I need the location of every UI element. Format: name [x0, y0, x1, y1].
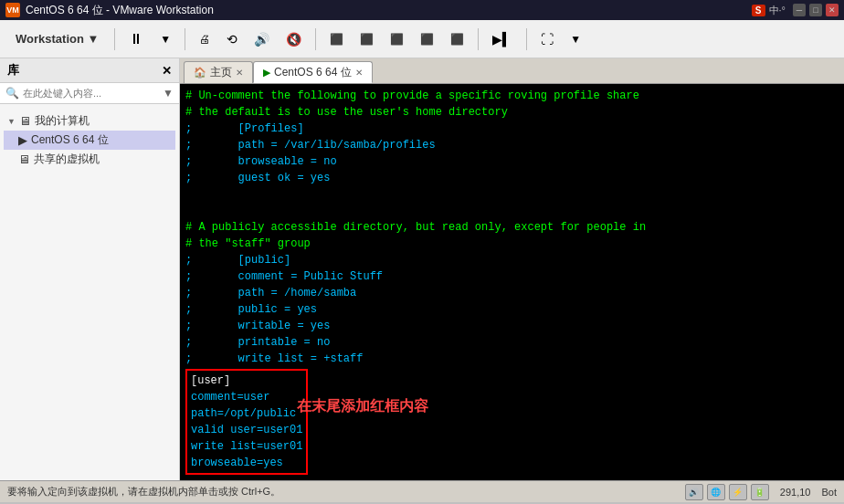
- library-close-button[interactable]: ✕: [162, 64, 172, 78]
- print-icon: 🖨: [199, 33, 210, 46]
- pause-icon: ⏸: [129, 31, 143, 47]
- editor-line-7: [185, 186, 839, 203]
- workstation-menu-button[interactable]: Workstation ▼: [7, 26, 107, 53]
- vm-settings-button4[interactable]: ⬛: [414, 26, 440, 53]
- red-box-line-2: comment=user: [191, 389, 302, 405]
- tree-item-centos[interactable]: ▶ CentOS 6 64 位: [4, 131, 175, 150]
- red-box-line-3: path=/opt/public: [191, 405, 302, 422]
- toolbar-separator-3: [315, 28, 316, 50]
- editor-line-10: # the "staff" group: [185, 236, 839, 252]
- cursor-position: 291,10: [780, 487, 811, 498]
- editor-mode: Bot: [821, 487, 837, 498]
- tab-centos[interactable]: ▶ CentOS 6 64 位 ✕: [253, 61, 373, 83]
- status-right-area: 🔊 🌐 ⚡ 🔋 291,10 Bot: [685, 484, 837, 500]
- settings5-icon: ⬛: [450, 33, 464, 46]
- sys-icons: 🔊 🌐 ⚡ 🔋: [685, 484, 769, 500]
- power-icon[interactable]: ⚡: [729, 484, 747, 500]
- toolbar-separator-5: [526, 28, 527, 50]
- volume-icon[interactable]: 🔊: [685, 484, 703, 500]
- settings3-icon: ⬛: [390, 33, 404, 46]
- red-box-line-5: write list=user01: [191, 438, 302, 455]
- my-computer-label: 我的计算机: [35, 113, 90, 129]
- pause-button[interactable]: ⏸: [122, 26, 150, 53]
- title-bar: VM CentOS 6 64 位 - VMware Workstation S …: [0, 0, 844, 20]
- library-title: 库: [7, 62, 19, 79]
- tree-item-shared[interactable]: 🖥 共享的虚拟机: [4, 150, 175, 169]
- sogou-icon: S: [752, 5, 765, 16]
- editor-line-6: ; guest ok = yes: [185, 170, 839, 186]
- editor-line-12: ; comment = Public Stuff: [185, 268, 839, 285]
- suspend-icon: 🔇: [286, 32, 301, 47]
- vm-icon: ▶: [18, 133, 27, 147]
- fullscreen-icon: ⛶: [541, 32, 554, 47]
- chevron-down-icon: ▼: [160, 33, 171, 46]
- right-panel: 🏠 主页 ✕ ▶ CentOS 6 64 位 ✕ # Un-comment th…: [180, 58, 844, 480]
- suspend-button[interactable]: 🔇: [280, 26, 308, 53]
- annotation-text: 在末尾添加红框内容: [297, 396, 428, 418]
- tabs-bar: 🏠 主页 ✕ ▶ CentOS 6 64 位 ✕: [180, 58, 844, 84]
- battery-icon[interactable]: 🔋: [751, 484, 769, 500]
- vm-tree: ▼ 🖥 我的计算机 ▶ CentOS 6 64 位 🖥 共享的虚拟机: [0, 104, 179, 480]
- maximize-button[interactable]: □: [809, 4, 822, 16]
- editor-line-17: ; write list = +staff: [185, 351, 839, 367]
- snapshot-button[interactable]: ⟲: [220, 26, 244, 53]
- editor-wrapper: # Un-comment the following to provide a …: [180, 84, 844, 480]
- toolbar-separator-1: [114, 28, 115, 50]
- vm-settings-button[interactable]: ⬛: [323, 26, 350, 53]
- status-bar: 要将输入定向到该虚拟机，请在虚拟机内部单击或按 Ctrl+G。 🔊 🌐 ⚡ 🔋 …: [0, 480, 844, 502]
- vm-settings-button2[interactable]: ⬛: [353, 26, 380, 53]
- minimize-button[interactable]: ─: [793, 4, 806, 16]
- print-button[interactable]: 🖨: [193, 26, 216, 53]
- vmware-icon: VM: [5, 3, 20, 17]
- snapshot-manager-button[interactable]: 🔊: [248, 26, 276, 53]
- search-icon: 🔍: [5, 87, 19, 100]
- editor-line-2: # the default is to use the user's home …: [185, 104, 839, 121]
- toolbar: Workstation ▼ ⏸ ▼ 🖨 ⟲ 🔊 🔇 ⬛ ⬛ ⬛ ⬛ ⬛ ▶▍ ⛶…: [0, 20, 844, 58]
- snapshot-icon: ⟲: [227, 32, 237, 47]
- settings2-icon: ⬛: [360, 33, 374, 46]
- fullscreen-dropdown[interactable]: ▼: [564, 26, 587, 53]
- editor-line-8: [185, 203, 839, 219]
- vm-settings-button5[interactable]: ⬛: [444, 26, 470, 53]
- editor-line-4: ; path = /var/lib/samba/profiles: [185, 137, 839, 153]
- editor-line-11: ; [public]: [185, 252, 839, 268]
- expand-icon: ▼: [7, 117, 16, 126]
- fullscreen-button[interactable]: ⛶: [534, 26, 560, 53]
- red-box-section: [user] comment=user path=/opt/public val…: [185, 369, 308, 475]
- network-icon[interactable]: 🌐: [707, 484, 725, 500]
- sogou-area: S 中·°: [752, 4, 786, 17]
- search-dropdown-icon[interactable]: ▼: [163, 87, 174, 100]
- status-instruction: 要将输入定向到该虚拟机，请在虚拟机内部单击或按 Ctrl+G。: [7, 485, 685, 499]
- tab-home-close[interactable]: ✕: [236, 68, 243, 78]
- editor-line-13: ; path = /home/samba: [185, 285, 839, 301]
- editor-line-1: # Un-comment the following to provide a …: [185, 88, 839, 104]
- search-input[interactable]: [23, 88, 163, 99]
- centos-vm-label: CentOS 6 64 位: [31, 132, 109, 148]
- tab-home-label: 主页: [210, 65, 232, 80]
- shared-vm-label: 共享的虚拟机: [34, 152, 100, 167]
- main-content: 库 ✕ 🔍 ▼ ▼ 🖥 我的计算机 ▶ CentOS 6 64 位 🖥 共享的虚…: [0, 58, 844, 480]
- editor-line-5: ; browseable = no: [185, 153, 839, 170]
- editor-line-15: ; writable = yes: [185, 318, 839, 334]
- editor-line-14: ; public = yes: [185, 301, 839, 318]
- tree-item-my-computer[interactable]: ▼ 🖥 我的计算机: [4, 111, 175, 131]
- editor-line-16: ; printable = no: [185, 334, 839, 351]
- tab-centos-close[interactable]: ✕: [355, 68, 363, 78]
- centos-tab-icon: ▶: [263, 67, 270, 79]
- settings4-icon: ⬛: [420, 33, 434, 46]
- red-box-line-4: valid user=user01: [191, 422, 302, 438]
- red-box-line-1: [user]: [191, 373, 302, 389]
- ime-indicator: 中·°: [769, 4, 786, 17]
- close-button[interactable]: ✕: [826, 4, 839, 16]
- editor[interactable]: # Un-comment the following to provide a …: [180, 84, 844, 480]
- console-icon: ▶▍: [492, 32, 512, 47]
- left-panel: 库 ✕ 🔍 ▼ ▼ 🖥 我的计算机 ▶ CentOS 6 64 位 🖥 共享的虚…: [0, 58, 180, 480]
- fullscreen-chevron-icon: ▼: [570, 33, 581, 46]
- console-button[interactable]: ▶▍: [486, 26, 519, 53]
- home-tab-icon: 🏠: [194, 67, 206, 79]
- dropdown-button[interactable]: ▼: [153, 26, 177, 53]
- tab-home[interactable]: 🏠 主页 ✕: [184, 61, 253, 83]
- window-controls: ─ □ ✕: [793, 4, 839, 16]
- vm-settings-button3[interactable]: ⬛: [384, 26, 410, 53]
- tab-centos-label: CentOS 6 64 位: [274, 65, 352, 80]
